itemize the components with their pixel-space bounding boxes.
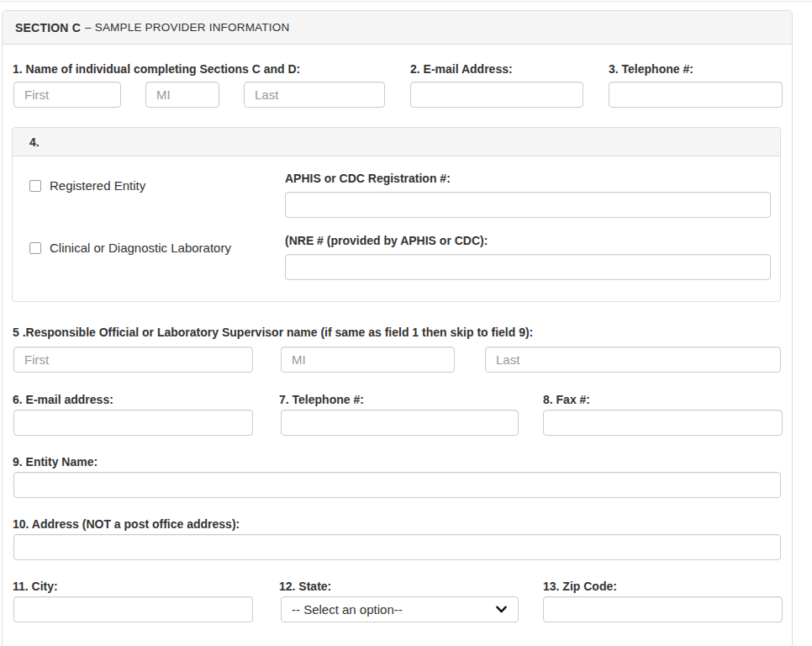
field3-telephone-input[interactable] — [609, 82, 783, 108]
field2-email-input[interactable] — [410, 82, 583, 108]
state-select[interactable]: -- Select an option-- — [281, 596, 519, 622]
field4-label: 4. — [29, 135, 40, 149]
section-subtitle: – SAMPLE PROVIDER INFORMATION — [85, 21, 289, 34]
top-divider — [0, 1, 812, 2]
field3-label: 3. Telephone #: — [609, 62, 693, 77]
registration-number-label: APHIS or CDC Registration #: — [285, 172, 451, 185]
field11-label: 11. City: — [13, 580, 58, 594]
field5-first-input[interactable] — [13, 347, 253, 373]
field8-fax-input[interactable] — [543, 410, 783, 436]
section-c-panel: SECTION C – SAMPLE PROVIDER INFORMATION … — [2, 10, 793, 646]
field1-label: 1. Name of individual completing Section… — [13, 62, 300, 77]
field6-label: 6. E-mail address: — [13, 393, 113, 407]
field13-label: 13. Zip Code: — [543, 580, 617, 594]
section-header: SECTION C – SAMPLE PROVIDER INFORMATION — [3, 11, 792, 45]
clinical-lab-label: Clinical or Diagnostic Laboratory — [50, 241, 231, 256]
field7-label: 7. Telephone #: — [279, 393, 364, 407]
field7-telephone-input[interactable] — [281, 410, 519, 436]
field11-city-input[interactable] — [13, 596, 253, 622]
field9-entity-name-input[interactable] — [13, 472, 781, 498]
field10-label: 10. Address (NOT a post office address): — [13, 517, 240, 532]
field5-last-input[interactable] — [485, 347, 781, 373]
field1-mi-input[interactable] — [145, 82, 219, 108]
field5-label: 5 .Responsible Official or Laboratory Su… — [13, 326, 533, 340]
section-title: SECTION C — [15, 21, 81, 34]
field2-label: 2. E-mail Address: — [410, 62, 513, 77]
clinical-lab-row: Clinical or Diagnostic Laboratory — [29, 241, 231, 256]
clinical-lab-checkbox[interactable] — [29, 242, 41, 254]
nre-number-label: (NRE # (provided by APHIS or CDC): — [285, 234, 488, 247]
field4-header: 4. — [13, 128, 780, 156]
field8-label: 8. Fax #: — [543, 393, 590, 407]
registration-number-input[interactable] — [285, 192, 771, 218]
field10-address-input[interactable] — [13, 534, 781, 560]
field6-email-input[interactable] — [13, 410, 253, 436]
field13-zip-input[interactable] — [543, 596, 783, 622]
registered-entity-label: Registered Entity — [50, 178, 145, 193]
field1-last-input[interactable] — [244, 82, 385, 108]
field1-first-input[interactable] — [13, 82, 121, 108]
field4-group: 4. Registered Entity Clinical or Diagnos… — [12, 127, 781, 302]
registered-entity-row: Registered Entity — [29, 178, 145, 193]
field9-label: 9. Entity Name: — [13, 455, 98, 469]
nre-number-input[interactable] — [285, 254, 771, 280]
field12-state-select-wrap: -- Select an option-- — [281, 596, 519, 622]
registered-entity-checkbox[interactable] — [29, 180, 41, 192]
field12-label: 12. State: — [279, 580, 331, 594]
field5-mi-input[interactable] — [281, 347, 455, 373]
